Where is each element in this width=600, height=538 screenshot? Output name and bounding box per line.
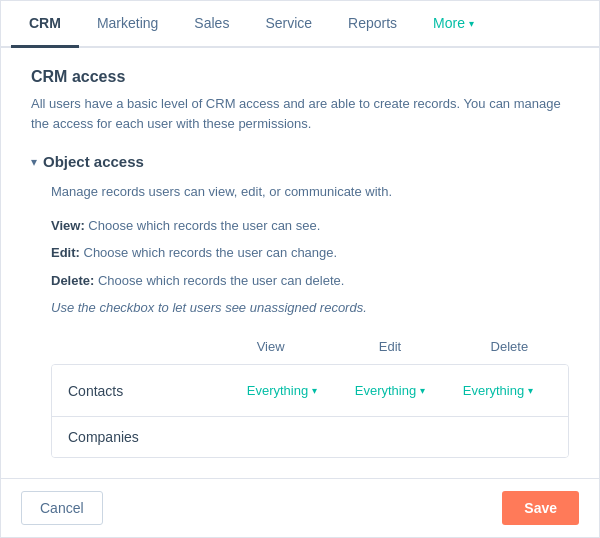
crm-access-title: CRM access: [31, 68, 569, 86]
edit-text: Choose which records the user can change…: [80, 245, 337, 260]
delete-label: Delete:: [51, 273, 94, 288]
contacts-edit-value: Everything: [355, 383, 416, 398]
tab-crm[interactable]: CRM: [11, 1, 79, 48]
chevron-down-icon: ▾: [312, 385, 317, 396]
tab-sales[interactable]: Sales: [176, 1, 247, 48]
col-header-edit: Edit: [330, 339, 449, 354]
col-header-object: [51, 339, 211, 354]
contacts-delete-dropdown[interactable]: Everything ▾: [459, 381, 537, 400]
unassigned-note: Use the checkbox to let users see unassi…: [51, 300, 569, 315]
page-wrapper: CRM Marketing Sales Service Reports More…: [0, 0, 600, 538]
table-row: Contacts Everything ▾ Everything ▾: [52, 365, 568, 417]
contacts-view-value: Everything: [247, 383, 308, 398]
view-text: Choose which records the user can see.: [85, 218, 321, 233]
contacts-edit-dropdown[interactable]: Everything ▾: [351, 381, 429, 400]
tab-more[interactable]: More ▾: [415, 1, 492, 48]
contacts-edit-cell: Everything ▾: [336, 381, 444, 400]
manage-text: Manage records users can view, edit, or …: [51, 182, 569, 202]
object-access-body: Manage records users can view, edit, or …: [31, 182, 569, 458]
contacts-view-dropdown[interactable]: Everything ▾: [243, 381, 321, 400]
delete-permission-line: Delete: Choose which records the user ca…: [51, 271, 569, 291]
tab-service[interactable]: Service: [247, 1, 330, 48]
tab-bar: CRM Marketing Sales Service Reports More…: [1, 1, 599, 48]
save-button[interactable]: Save: [502, 491, 579, 525]
footer: Cancel Save: [1, 478, 599, 537]
edit-label: Edit:: [51, 245, 80, 260]
permissions-table: Contacts Everything ▾ Everything ▾: [51, 364, 569, 458]
chevron-down-icon: ▾: [420, 385, 425, 396]
contacts-view-cell: Everything ▾: [228, 381, 336, 400]
tab-marketing[interactable]: Marketing: [79, 1, 176, 48]
col-header-delete: Delete: [450, 339, 569, 354]
crm-access-desc: All users have a basic level of CRM acce…: [31, 94, 569, 133]
tab-reports[interactable]: Reports: [330, 1, 415, 48]
edit-permission-line: Edit: Choose which records the user can …: [51, 243, 569, 263]
table-row: Companies: [52, 417, 568, 457]
view-permission-line: View: Choose which records the user can …: [51, 216, 569, 236]
object-access-title: Object access: [43, 153, 144, 170]
col-header-view: View: [211, 339, 330, 354]
row-label-companies: Companies: [68, 429, 228, 445]
delete-text: Choose which records the user can delete…: [94, 273, 344, 288]
contacts-delete-value: Everything: [463, 383, 524, 398]
chevron-down-icon: ▾: [31, 155, 37, 169]
cancel-button[interactable]: Cancel: [21, 491, 103, 525]
content-area: CRM access All users have a basic level …: [1, 48, 599, 478]
object-access-header[interactable]: ▾ Object access: [31, 153, 569, 170]
chevron-down-icon: ▾: [469, 18, 474, 29]
chevron-down-icon: ▾: [528, 385, 533, 396]
table-column-headers: View Edit Delete: [51, 333, 569, 360]
view-label: View:: [51, 218, 85, 233]
row-label-contacts: Contacts: [68, 383, 228, 399]
contacts-delete-cell: Everything ▾: [444, 381, 552, 400]
